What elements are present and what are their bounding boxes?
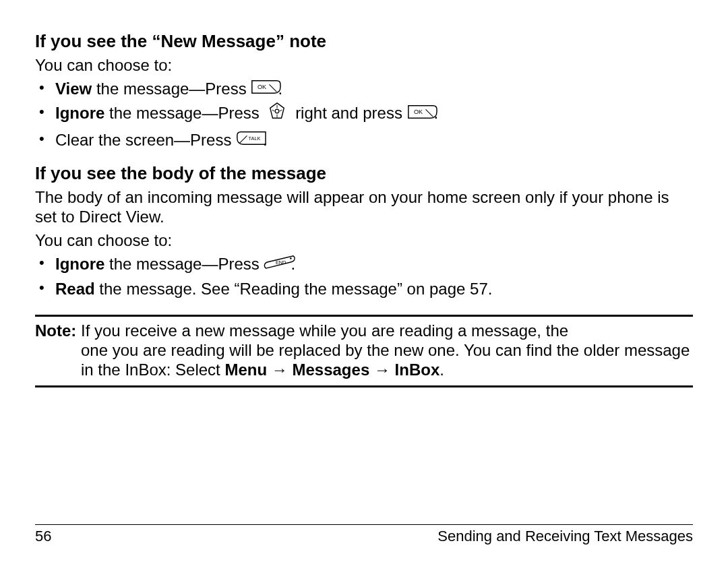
svg-text:OK: OK xyxy=(257,84,266,90)
option-clear: Clear the screen—Press TALK . xyxy=(55,130,693,151)
ok-key-icon: OK xyxy=(251,79,278,98)
note-text-1: If you receive a new message while you a… xyxy=(81,321,568,340)
svg-line-10 xyxy=(240,135,247,143)
note-block: Note: If you receive a new message while… xyxy=(35,315,693,387)
option-read: Read the message. See “Reading the messa… xyxy=(55,279,693,299)
option-ignore: Ignore the message—Press right and press… xyxy=(55,103,693,126)
svg-text:TALK: TALK xyxy=(249,135,261,141)
intro-choose-1: You can choose to: xyxy=(35,55,693,75)
ignore-text-1: the message—Press xyxy=(104,104,264,123)
end-key-icon: END xyxy=(264,254,291,274)
view-bold: View xyxy=(55,80,92,98)
ignore-bold: Ignore xyxy=(55,104,104,123)
svg-line-6 xyxy=(280,110,282,111)
svg-text:END: END xyxy=(276,259,286,266)
ignore-text-2: right and press xyxy=(295,104,406,123)
note-inbox: InBox xyxy=(395,361,440,379)
note-arrow-1: → xyxy=(267,361,292,379)
page-number: 56 xyxy=(35,528,51,546)
intro-choose-2: You can choose to: xyxy=(35,230,693,250)
chapter-title: Sending and Receiving Text Messages xyxy=(437,528,693,546)
svg-point-12 xyxy=(291,258,293,260)
view-text: the message—Press xyxy=(92,80,251,98)
option-ignore-2: Ignore the message—Press END . xyxy=(55,254,693,275)
svg-text:OK: OK xyxy=(413,108,422,115)
ignore2-text: the message—Press xyxy=(104,255,264,273)
note-messages: Messages xyxy=(292,361,369,379)
options-list-1: View the message—Press OK . Ignore the m… xyxy=(35,79,693,151)
options-list-2: Ignore the message—Press END . Read the … xyxy=(35,254,693,299)
note-label: Note: xyxy=(35,321,76,340)
heading-new-message: If you see the “New Message” note xyxy=(35,31,693,53)
svg-line-1 xyxy=(270,84,277,92)
nav-key-icon xyxy=(264,102,291,125)
body-para: The body of an incoming message will app… xyxy=(35,187,693,227)
clear-text: Clear the screen—Press xyxy=(55,131,236,149)
heading-body-message: If you see the body of the message xyxy=(35,163,693,185)
page-footer: 56 Sending and Receiving Text Messages xyxy=(35,524,693,546)
talk-key-icon: TALK xyxy=(236,130,263,150)
note-menu: Menu xyxy=(224,361,267,379)
read-bold: Read xyxy=(55,280,95,298)
svg-point-2 xyxy=(276,109,280,113)
ok-key-icon: OK xyxy=(407,104,434,123)
note-arrow-2: → xyxy=(369,361,394,379)
option-view: View the message—Press OK . xyxy=(55,79,693,100)
svg-line-5 xyxy=(272,110,275,111)
note-period: . xyxy=(439,361,444,379)
ignore2-bold: Ignore xyxy=(55,255,104,273)
read-text: the message. See “Reading the message” o… xyxy=(95,280,493,298)
svg-line-8 xyxy=(425,109,433,117)
